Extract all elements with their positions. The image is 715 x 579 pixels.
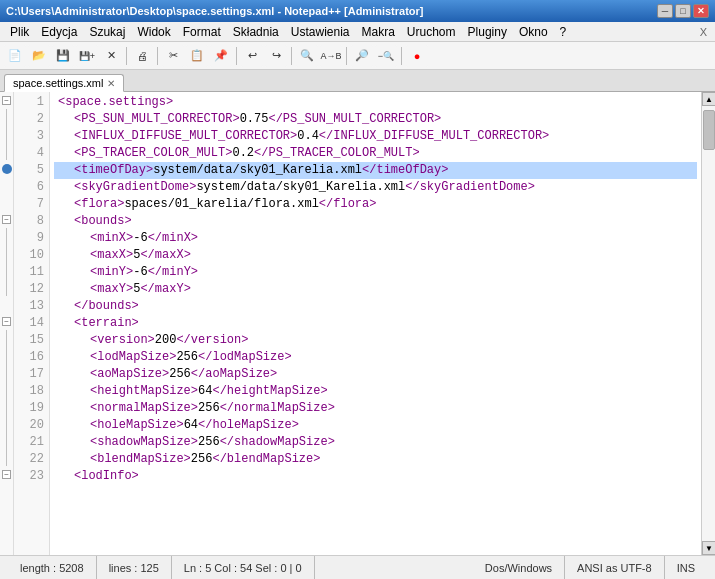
- scroll-thumb[interactable]: [703, 110, 715, 150]
- zoom-out-button[interactable]: −🔍: [375, 45, 397, 67]
- open-button[interactable]: 📂: [28, 45, 50, 67]
- menu-pluginy[interactable]: Pluginy: [462, 24, 513, 40]
- macro-record-button[interactable]: ●: [406, 45, 428, 67]
- find-button[interactable]: 🔍: [296, 45, 318, 67]
- scroll-down-button[interactable]: ▼: [702, 541, 715, 555]
- fold-marker-23[interactable]: −: [2, 470, 11, 479]
- toolbar-separator-3: [236, 47, 237, 65]
- status-encoding: ANSI as UTF-8: [565, 556, 665, 579]
- copy-button[interactable]: 📋: [186, 45, 208, 67]
- menu-help[interactable]: ?: [554, 24, 573, 40]
- code-line-4: <PS_TRACER_COLOR_MULT>0.2</PS_TRACER_COL…: [54, 145, 697, 162]
- title-bar-text: C:\Users\Administrator\Desktop\space.set…: [6, 5, 657, 17]
- code-line-20: <holeMapSize> 64 </holeMapSize>: [54, 417, 697, 434]
- code-area[interactable]: <space.settings> <PS_SUN_MULT_CORRECTOR>…: [50, 92, 701, 555]
- code-line-17: <aoMapSize> 256 </aoMapSize>: [54, 366, 697, 383]
- code-line-16: <lodMapSize> 256 </lodMapSize>: [54, 349, 697, 366]
- print-button[interactable]: 🖨: [131, 45, 153, 67]
- redo-button[interactable]: ↪: [265, 45, 287, 67]
- menu-ustawienia[interactable]: Ustawienia: [285, 24, 356, 40]
- minimize-button[interactable]: ─: [657, 4, 673, 18]
- code-line-2: <PS_SUN_MULT_CORRECTOR>0.75</PS_SUN_MULT…: [54, 111, 697, 128]
- menu-widok[interactable]: Widok: [131, 24, 176, 40]
- code-line-18: <heightMapSize> 64 </heightMapSize>: [54, 383, 697, 400]
- tab-bar: space.settings.xml ✕: [0, 70, 715, 92]
- fold-marker-8[interactable]: −: [2, 215, 11, 224]
- code-line-15: <version> 200 </version>: [54, 332, 697, 349]
- code-line-9: <minX> -6 </minX>: [54, 230, 697, 247]
- menu-uruchom[interactable]: Uruchom: [401, 24, 462, 40]
- status-position: Ln : 5 Col : 54 Sel : 0 | 0: [172, 556, 315, 579]
- maximize-button[interactable]: □: [675, 4, 691, 18]
- toolbar-separator-4: [291, 47, 292, 65]
- menu-skladnia[interactable]: Składnia: [227, 24, 285, 40]
- cut-button[interactable]: ✂: [162, 45, 184, 67]
- replace-button[interactable]: A→B: [320, 45, 342, 67]
- menu-edycja[interactable]: Edycja: [35, 24, 83, 40]
- close-file-button[interactable]: ✕: [100, 45, 122, 67]
- status-line-ending: Dos/Windows: [473, 556, 565, 579]
- paste-button[interactable]: 📌: [210, 45, 232, 67]
- undo-button[interactable]: ↩: [241, 45, 263, 67]
- zoom-in-button[interactable]: 🔎: [351, 45, 373, 67]
- toolbar-separator-2: [157, 47, 158, 65]
- tab-label: space.settings.xml: [13, 77, 103, 89]
- code-line-8: <bounds>: [54, 213, 697, 230]
- code-line-11: <minY> -6 </minY>: [54, 264, 697, 281]
- menu-close-x[interactable]: X: [696, 26, 711, 38]
- new-button[interactable]: 📄: [4, 45, 26, 67]
- scroll-up-button[interactable]: ▲: [702, 92, 715, 106]
- menu-plik[interactable]: Plik: [4, 24, 35, 40]
- code-line-1: <space.settings>: [54, 94, 697, 111]
- code-line-19: <normalMapSize> 256 </normalMapSize>: [54, 400, 697, 417]
- menu-format[interactable]: Format: [177, 24, 227, 40]
- code-line-23: <lodInfo>: [54, 468, 697, 485]
- tab-close-icon[interactable]: ✕: [107, 78, 115, 89]
- menu-bar: Plik Edycja Szukaj Widok Format Składnia…: [0, 22, 715, 42]
- line-numbers: 1 2 3 4 5 6 7 8 9 10 11 12 13 14 15 16 1…: [14, 92, 50, 555]
- toolbar: 📄 📂 💾 💾+ ✕ 🖨 ✂ 📋 📌 ↩ ↪ 🔍 A→B 🔎 −🔍 ●: [0, 42, 715, 70]
- scrollbar-y[interactable]: ▲ ▼: [701, 92, 715, 555]
- status-lines: lines : 125: [97, 556, 172, 579]
- menu-szukaj[interactable]: Szukaj: [83, 24, 131, 40]
- fold-marker-14[interactable]: −: [2, 317, 11, 326]
- editor-container: − − − − 1 2 3 4 5 6: [0, 92, 715, 555]
- menu-okno[interactable]: Okno: [513, 24, 554, 40]
- code-line-10: <maxX> 5 </maxX>: [54, 247, 697, 264]
- code-line-14: <terrain>: [54, 315, 697, 332]
- status-mode: INS: [665, 556, 707, 579]
- toolbar-separator-6: [401, 47, 402, 65]
- tab-space-settings[interactable]: space.settings.xml ✕: [4, 74, 124, 92]
- status-length: length : 5208: [8, 556, 97, 579]
- code-line-3: <INFLUX_DIFFUSE_MULT_CORRECTOR>0.4</INFL…: [54, 128, 697, 145]
- toolbar-separator-1: [126, 47, 127, 65]
- status-bar: length : 5208 lines : 125 Ln : 5 Col : 5…: [0, 555, 715, 579]
- code-line-13: </bounds>: [54, 298, 697, 315]
- circle-bookmark-5: [2, 164, 12, 174]
- save-all-button[interactable]: 💾+: [76, 45, 98, 67]
- code-line-6: <skyGradientDome>system/data/sky01_Karel…: [54, 179, 697, 196]
- code-line-12: <maxY> 5 </maxY>: [54, 281, 697, 298]
- code-line-5: <timeOfDay>system/data/sky01_Karelia.xml…: [54, 162, 697, 179]
- title-bar: C:\Users\Administrator\Desktop\space.set…: [0, 0, 715, 22]
- left-margin: − − − −: [0, 92, 14, 555]
- close-button[interactable]: ✕: [693, 4, 709, 18]
- menu-makra[interactable]: Makra: [356, 24, 401, 40]
- code-line-22: <blendMapSize> 256 </blendMapSize>: [54, 451, 697, 468]
- code-line-7: <flora>spaces/01_karelia/flora.xml</flor…: [54, 196, 697, 213]
- save-button[interactable]: 💾: [52, 45, 74, 67]
- code-line-21: <shadowMapSize> 256 </shadowMapSize>: [54, 434, 697, 451]
- toolbar-separator-5: [346, 47, 347, 65]
- fold-marker-1[interactable]: −: [2, 96, 11, 105]
